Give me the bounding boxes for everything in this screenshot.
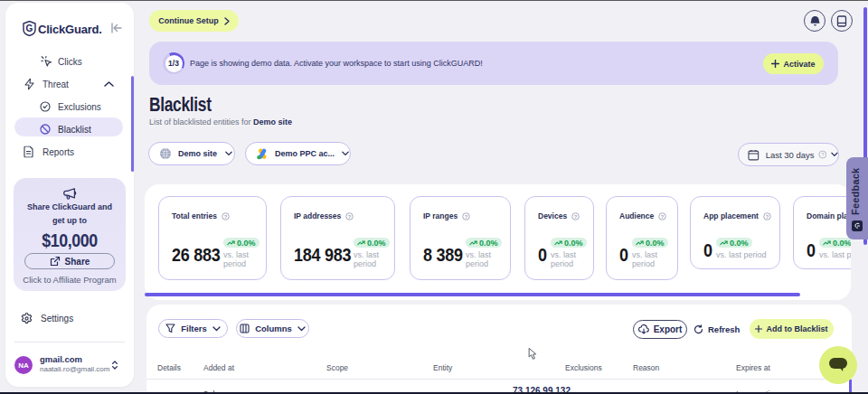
svg-text:?: ? [821,151,825,157]
svg-text:G: G [26,23,33,33]
svg-text:?: ? [661,213,665,219]
svg-text:?: ? [224,213,228,219]
svg-text:?: ? [465,213,468,219]
svg-text:?: ? [574,213,578,219]
svg-text:?: ? [348,213,352,219]
svg-text:?: ? [766,213,769,219]
